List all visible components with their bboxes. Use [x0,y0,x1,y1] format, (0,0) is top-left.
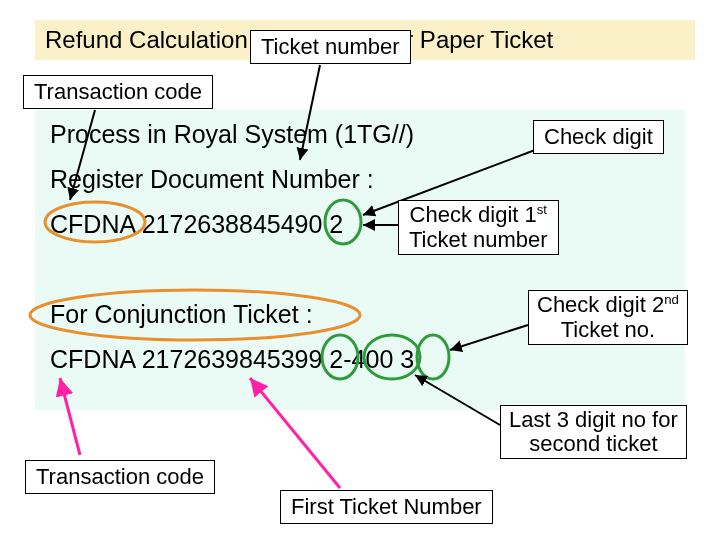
label-check-digit: Check digit [533,120,664,154]
label-check-digit-2nd: Check digit 2nd Ticket no. [528,290,688,345]
label-transaction-code-top: Transaction code [23,75,213,109]
line-process: Process in Royal System (1TG//) [50,120,414,149]
label-check-digit-1st: Check digit 1st Ticket number [398,200,559,255]
label-ticket-number: Ticket number [250,30,411,64]
label-transaction-code-bottom: Transaction code [25,460,215,494]
label-last-3-digit: Last 3 digit no for second ticket [500,405,687,459]
cd2-line1: Check digit 2 [537,292,664,317]
last3-l2: second ticket [529,431,657,456]
label-first-ticket-number: First Ticket Number [280,490,493,524]
cd1-line2: Ticket number [409,227,548,252]
line-conjunction: For Conjunction Ticket : [50,300,313,329]
cd2-line2: Ticket no. [561,317,656,342]
last3-l1: Last 3 digit no for [509,407,678,432]
line-cfdna-2: CFDNA 2172639845399 2-400 3 [50,345,414,374]
cd1-line1: Check digit 1 [410,202,537,227]
line-register: Register Document Number : [50,165,374,194]
cd2-sup: nd [664,292,679,307]
line-cfdna-1: CFDNA 2172638845490 2 [50,210,343,239]
cd1-sup: st [537,202,547,217]
